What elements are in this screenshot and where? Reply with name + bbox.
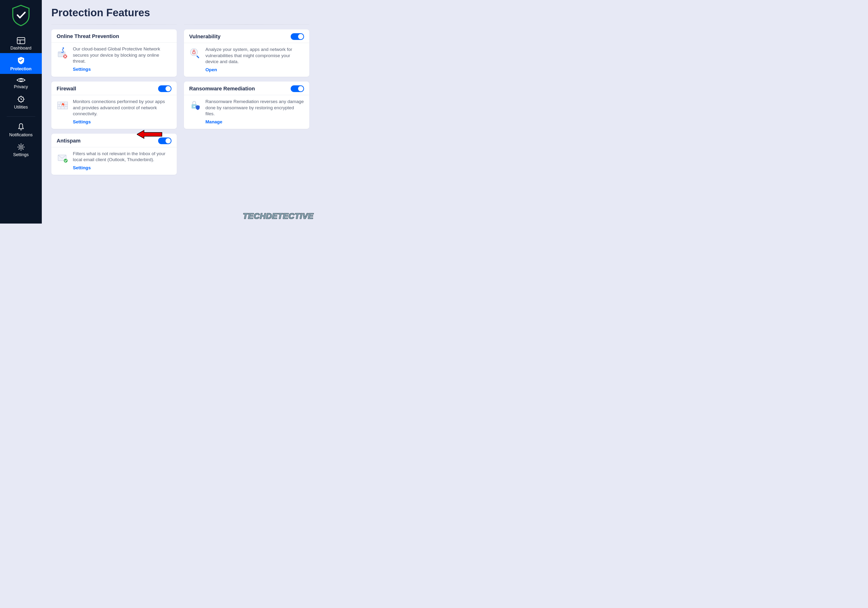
- card-title: Firewall: [57, 86, 76, 92]
- card-header: Firewall: [51, 81, 177, 95]
- top-rule: [184, 24, 309, 25]
- svg-point-8: [63, 47, 64, 49]
- sidebar-item-label: Notifications: [9, 132, 33, 137]
- sidebar-item-notifications[interactable]: Notifications: [0, 120, 42, 140]
- card-desc: Analyze your system, apps and network fo…: [205, 47, 304, 65]
- card-title: Antispam: [57, 138, 81, 144]
- svg-point-3: [20, 79, 22, 81]
- card-vulnerability: Vulnerability Analyze your system, apps …: [184, 30, 309, 77]
- main-content: Protection Features Online Threat Preven…: [42, 0, 319, 224]
- sidebar-item-label: Protection: [10, 67, 31, 72]
- card-body: Ransomware Remediation reverses any dama…: [184, 95, 309, 129]
- card-body: Analyze your system, apps and network fo…: [184, 43, 309, 77]
- antispam-settings-link[interactable]: Settings: [73, 165, 91, 171]
- app-logo-shield: [11, 4, 31, 27]
- sidebar-item-privacy[interactable]: Privacy: [0, 74, 42, 92]
- svg-point-10: [191, 48, 198, 56]
- card-desc: Our cloud-based Global Protective Networ…: [73, 46, 172, 64]
- svg-rect-0: [17, 37, 25, 44]
- card-online-threat: Online Threat Prevention Our cloud-b: [51, 30, 177, 77]
- card-text: Our cloud-based Global Protective Networ…: [73, 46, 172, 72]
- sidebar-item-label: Dashboard: [10, 46, 31, 51]
- vulnerability-toggle[interactable]: [291, 33, 304, 40]
- card-text: Filters what is not relevant in the Inbo…: [73, 151, 172, 171]
- card-antispam: Antispam Filters what is not relevant in…: [51, 134, 177, 175]
- gear-clock-icon: [17, 95, 25, 103]
- phishing-icon: [57, 47, 68, 59]
- sidebar-item-utilities[interactable]: Utilities: [0, 92, 42, 112]
- firewall-settings-link[interactable]: Settings: [73, 119, 91, 124]
- card-title: Ransomware Remediation: [189, 86, 255, 92]
- card-title: Vulnerability: [189, 33, 220, 40]
- gear-icon: [17, 143, 25, 151]
- card-text: Monitors connections performed by your a…: [73, 98, 172, 124]
- firewall-icon: [57, 100, 68, 111]
- card-firewall: Firewall: [51, 81, 177, 129]
- card-text: Analyze your system, apps and network fo…: [205, 47, 304, 72]
- eye-icon: [17, 77, 26, 83]
- online-threat-settings-link[interactable]: Settings: [73, 67, 91, 72]
- sidebar: Dashboard Protection Privacy Utilities N…: [0, 0, 42, 224]
- antispam-toggle[interactable]: [158, 137, 172, 144]
- watermark: TECHDETECTIVE: [243, 211, 314, 221]
- card-title: Online Threat Prevention: [57, 33, 119, 39]
- sidebar-item-dashboard[interactable]: Dashboard: [0, 34, 42, 53]
- sidebar-item-label: Settings: [13, 152, 29, 157]
- sidebar-item-label: Utilities: [14, 105, 28, 110]
- sidebar-item-settings[interactable]: Settings: [0, 140, 42, 160]
- search-lock-icon: [189, 47, 201, 59]
- card-header: Online Threat Prevention: [51, 30, 177, 42]
- bell-icon: [17, 123, 25, 131]
- card-body: Monitors connections performed by your a…: [51, 95, 177, 129]
- firewall-toggle[interactable]: [158, 86, 172, 92]
- svg-point-5: [20, 146, 22, 148]
- card-desc: Filters what is not relevant in the Inbo…: [73, 151, 172, 163]
- card-desc: Monitors connections performed by your a…: [73, 98, 172, 117]
- page-title: Protection Features: [51, 7, 309, 19]
- card-body: Filters what is not relevant in the Inbo…: [51, 147, 177, 175]
- ransomware-toggle[interactable]: [291, 86, 304, 92]
- sidebar-item-label: Privacy: [14, 84, 28, 89]
- card-header: Antispam: [51, 134, 177, 147]
- card-body: Our cloud-based Global Protective Networ…: [51, 42, 177, 76]
- shield-icon: [17, 56, 25, 65]
- svg-rect-11: [196, 55, 199, 58]
- lock-shield-icon: [189, 100, 201, 111]
- svg-point-23: [194, 106, 195, 107]
- card-header: Ransomware Remediation: [184, 81, 309, 95]
- card-ransomware: Ransomware Remediation Ransomware Remedi…: [184, 81, 309, 129]
- vulnerability-open-link[interactable]: Open: [205, 67, 217, 72]
- dashboard-icon: [17, 37, 25, 44]
- card-text: Ransomware Remediation reverses any dama…: [205, 98, 304, 124]
- card-desc: Ransomware Remediation reverses any dama…: [205, 98, 304, 117]
- top-rule: [51, 24, 177, 25]
- sidebar-item-protection[interactable]: Protection: [0, 53, 42, 74]
- cards-grid: Online Threat Prevention Our cloud-b: [51, 24, 309, 175]
- ransomware-manage-link[interactable]: Manage: [205, 119, 222, 124]
- envelope-check-icon: [57, 152, 68, 163]
- card-header: Vulnerability: [184, 30, 309, 43]
